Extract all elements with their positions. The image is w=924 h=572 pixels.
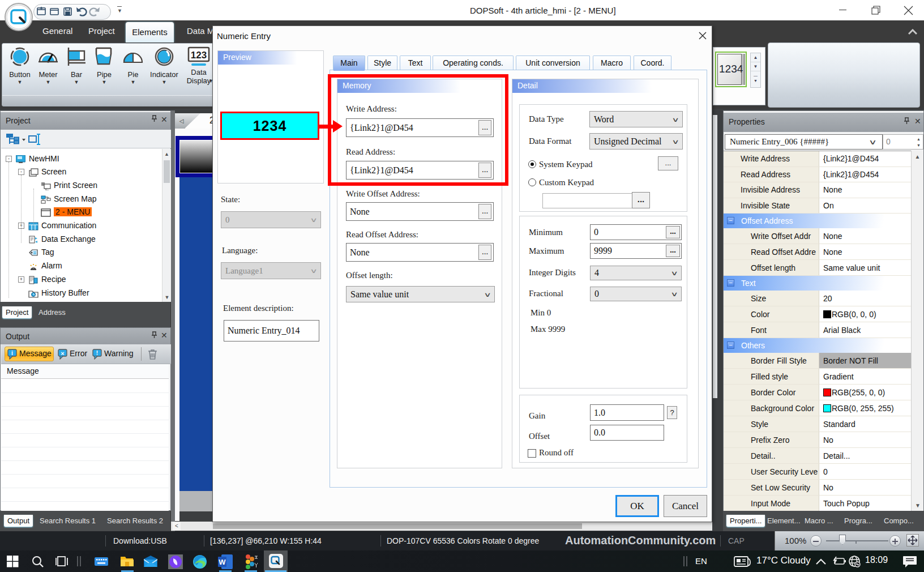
svg-text:×: × — [61, 350, 64, 357]
svg-text:i: i — [11, 350, 13, 356]
svg-text:W: W — [219, 558, 226, 566]
svg-text:!: ! — [96, 350, 98, 356]
svg-text:123: 123 — [191, 50, 207, 61]
